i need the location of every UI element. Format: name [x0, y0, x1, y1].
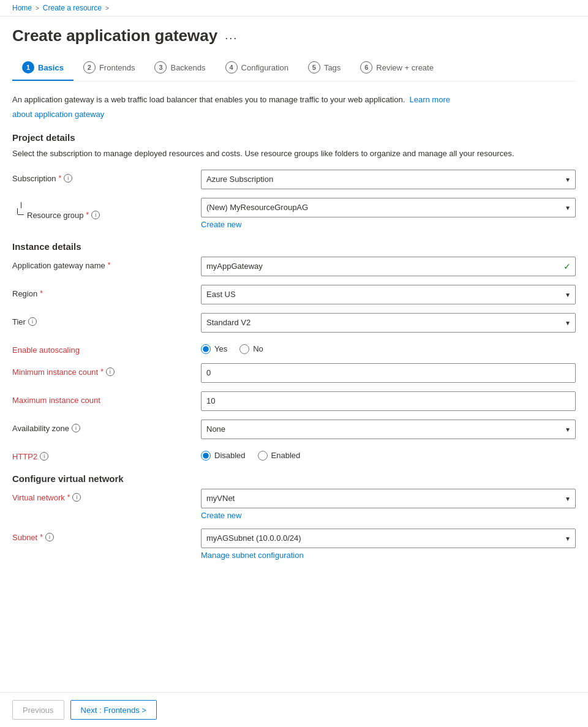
vnet-info-icon[interactable]: i	[72, 493, 81, 502]
tab-basics-num: 1	[22, 61, 34, 73]
tab-review-label: Review + create	[376, 63, 434, 72]
gateway-name-input[interactable]	[201, 257, 576, 276]
page-header: Create application gateway ...	[0, 17, 588, 45]
min-count-info-icon[interactable]: i	[106, 367, 115, 376]
learn-more-link[interactable]: Learn more	[409, 95, 450, 104]
tier-row: Tier i Standard V2 ▼	[12, 313, 576, 333]
autoscaling-yes-radio[interactable]	[201, 344, 211, 354]
autoscaling-no-label[interactable]: No	[239, 344, 263, 354]
tab-tags-num: 5	[308, 61, 320, 73]
max-count-row: Maximum instance count	[12, 391, 576, 411]
vnet-label: Virtual network * i	[12, 489, 196, 502]
resource-group-control: (New) MyResourceGroupAG ▼ Create new	[201, 198, 576, 229]
http2-disabled-radio[interactable]	[201, 451, 211, 461]
resource-group-create-new[interactable]: Create new	[201, 220, 241, 229]
tab-basics[interactable]: 1 Basics	[12, 55, 74, 81]
min-count-control	[201, 363, 576, 383]
autoscaling-row: Enable autoscaling Yes No	[12, 341, 576, 355]
avail-zone-select-wrapper: None ▼	[201, 420, 576, 439]
http2-radio-group: Disabled Enabled	[201, 448, 576, 461]
vnet-required: *	[67, 493, 70, 502]
subnet-select[interactable]: myAGSubnet (10.0.0.0/24)	[201, 529, 576, 548]
gateway-name-input-wrapper: ✓	[201, 257, 576, 276]
avail-zone-info-icon[interactable]: i	[72, 424, 80, 432]
max-count-label: Maximum instance count	[12, 391, 196, 405]
breadcrumb: Home > Create a resource >	[12, 4, 576, 12]
tier-label: Tier i	[12, 313, 196, 326]
project-details-desc: Select the subscription to manage deploy…	[12, 148, 576, 160]
avail-zone-label: Availability zone i	[12, 420, 196, 433]
region-row: Region * East US ▼	[12, 285, 576, 304]
tier-select[interactable]: Standard V2	[201, 313, 576, 333]
http2-label: HTTP2 i	[12, 448, 196, 461]
subscription-label: Subscription * i	[12, 170, 196, 183]
autoscaling-label: Enable autoscaling	[12, 341, 196, 355]
tab-configuration[interactable]: 4 Configuration	[216, 55, 298, 81]
resource-group-row: Resource group * i (New) MyResourceGroup…	[12, 198, 576, 229]
tab-review-num: 6	[360, 61, 372, 73]
about-link: about application gateway	[12, 108, 576, 121]
breadcrumb-sep1: >	[36, 5, 39, 12]
region-label: Region *	[12, 285, 196, 298]
tab-backends-label: Backends	[170, 63, 205, 72]
tier-control: Standard V2 ▼	[201, 313, 576, 333]
avail-zone-select[interactable]: None	[201, 420, 576, 439]
breadcrumb-home[interactable]: Home	[12, 4, 32, 12]
tab-backends[interactable]: 3 Backends	[145, 55, 215, 81]
resource-group-select[interactable]: (New) MyResourceGroupAG	[201, 198, 576, 217]
tab-configuration-num: 4	[225, 61, 238, 73]
min-count-required: *	[100, 367, 104, 376]
min-count-input[interactable]	[201, 363, 576, 383]
http2-enabled-label[interactable]: Enabled	[258, 451, 301, 461]
vnet-select[interactable]: myVNet	[201, 489, 576, 508]
http2-disabled-label[interactable]: Disabled	[201, 451, 246, 461]
previous-button[interactable]: Previous	[12, 700, 64, 720]
project-details-title: Project details	[12, 132, 576, 143]
tree-v-line-2	[17, 208, 18, 214]
subnet-label: Subnet * i	[12, 529, 196, 542]
tab-tags-label: Tags	[324, 63, 341, 72]
region-select[interactable]: East US	[201, 285, 576, 304]
manage-subnet-link[interactable]: Manage subnet configuration	[201, 551, 304, 560]
subscription-control: Azure Subscription ▼	[201, 170, 576, 189]
subnet-info-icon[interactable]: i	[45, 533, 54, 541]
tab-review-create[interactable]: 6 Review + create	[350, 55, 443, 81]
max-count-input[interactable]	[201, 391, 576, 411]
tree-h-line-container	[17, 208, 27, 215]
subscription-info-icon[interactable]: i	[64, 174, 72, 183]
tab-frontends[interactable]: 2 Frontends	[74, 55, 145, 81]
tree-h-line	[18, 214, 24, 215]
breadcrumb-create-resource[interactable]: Create a resource	[43, 4, 102, 12]
instance-details-title: Instance details	[12, 241, 576, 252]
resource-group-label-area: Resource group * i	[12, 198, 196, 220]
subnet-control: myAGSubnet (10.0.0.0/24) ▼ Manage subnet…	[201, 529, 576, 560]
vnet-create-new[interactable]: Create new	[201, 511, 241, 520]
region-control: East US ▼	[201, 285, 576, 304]
subnet-select-wrapper: myAGSubnet (10.0.0.0/24) ▼	[201, 529, 576, 548]
tabs-section: 1 Basics 2 Frontends 3 Backends 4 Config…	[0, 45, 588, 81]
gateway-name-required: *	[108, 261, 111, 269]
tab-tags[interactable]: 5 Tags	[298, 55, 350, 81]
tree-connector	[12, 202, 27, 215]
autoscaling-no-radio[interactable]	[239, 344, 249, 354]
http2-info-icon[interactable]: i	[40, 452, 48, 461]
tier-info-icon[interactable]: i	[28, 317, 37, 326]
region-select-wrapper: East US ▼	[201, 285, 576, 304]
next-button[interactable]: Next : Frontends >	[70, 700, 157, 720]
min-count-row: Minimum instance count * i	[12, 363, 576, 383]
http2-row: HTTP2 i Disabled Enabled	[12, 448, 576, 461]
autoscaling-yes-label[interactable]: Yes	[201, 344, 227, 354]
tab-backends-num: 3	[154, 61, 167, 73]
vnet-control: myVNet ▼ Create new	[201, 489, 576, 520]
page-title: Create application gateway	[12, 26, 217, 45]
resource-group-info-icon[interactable]: i	[91, 211, 100, 219]
about-application-gateway-link[interactable]: about application gateway	[12, 110, 104, 119]
tab-frontends-num: 2	[83, 61, 96, 73]
subnet-required: *	[40, 533, 43, 541]
tab-configuration-label: Configuration	[241, 63, 288, 72]
tier-select-wrapper: Standard V2 ▼	[201, 313, 576, 333]
http2-enabled-radio[interactable]	[258, 451, 268, 461]
page-options-button[interactable]: ...	[225, 29, 238, 42]
subscription-select[interactable]: Azure Subscription	[201, 170, 576, 189]
region-required: *	[40, 289, 43, 298]
